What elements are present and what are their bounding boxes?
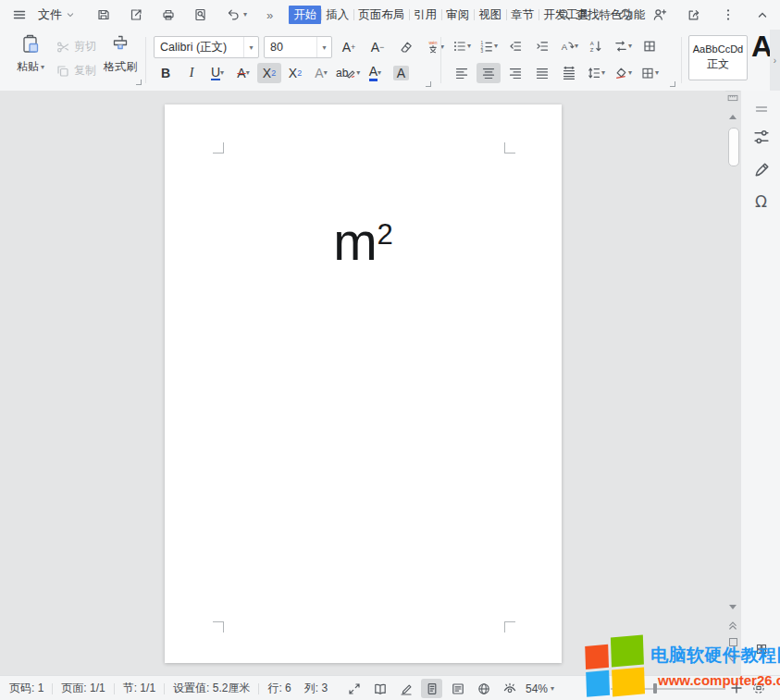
share-invite-button[interactable] (650, 4, 670, 26)
previous-page-button[interactable] (725, 620, 740, 631)
status-setting-value: 设置值: 5.2厘米 (173, 681, 250, 696)
eye-protection-button[interactable] (499, 679, 520, 698)
bullets-button[interactable]: ▾ (450, 36, 474, 56)
scroll-up-button[interactable] (725, 115, 740, 119)
panel-drag-handle[interactable] (741, 102, 780, 117)
subscript-button[interactable]: X2 (283, 63, 307, 83)
distributed-align-button[interactable] (557, 63, 581, 83)
highlight-color-button[interactable]: ab ▾ (335, 63, 361, 83)
style-normal[interactable]: AaBbCcDd 正文 (688, 35, 748, 80)
ruler-toggle-button[interactable] (725, 92, 740, 104)
text-direction-button[interactable]: A ▾ (557, 36, 581, 56)
show-formatting-marks-button[interactable]: ▾ (611, 36, 635, 56)
main-menu-button[interactable] (9, 4, 30, 26)
ribbon-toolbar: 粘贴▾ 剪切 复制 格式刷 Calibri (正文) ▾ (0, 30, 780, 92)
top-menu-bar: 文件 ▾ » 开始 插入 页面布局 引 (0, 0, 780, 30)
font-name-select[interactable]: Calibri (正文) ▾ (154, 36, 259, 58)
paragraph-dialog-launcher-icon[interactable] (670, 81, 675, 87)
italic-button[interactable]: I (180, 63, 204, 83)
copy-icon (56, 64, 70, 79)
clipboard-dialog-launcher-icon[interactable] (136, 80, 142, 85)
undo-button[interactable]: ▾ (223, 4, 250, 26)
outline-view-button[interactable] (447, 679, 468, 698)
bullet-list-icon (452, 39, 467, 54)
status-page-number: 页码: 1 (9, 681, 43, 696)
scrollbar-thumb[interactable] (728, 128, 739, 166)
document-page[interactable]: m2 (165, 104, 562, 663)
write-mode-button[interactable] (395, 679, 416, 698)
align-right-button[interactable] (503, 63, 527, 83)
layout-grid-button[interactable] (638, 36, 662, 56)
symbol-panel-button[interactable]: Ω (741, 194, 780, 210)
underline-button[interactable]: U▾ (205, 63, 229, 83)
align-center-button[interactable] (477, 63, 501, 83)
web-layout-button[interactable] (473, 679, 494, 698)
zoom-level-button[interactable]: 54% ▾ (526, 676, 554, 700)
eraser-icon (399, 40, 414, 55)
page-view-button[interactable] (421, 679, 442, 698)
collapse-ribbon-button[interactable] (752, 4, 773, 26)
clear-format-button[interactable] (394, 37, 418, 57)
more-options-button[interactable] (718, 4, 738, 26)
grow-font-button[interactable]: A+ (337, 37, 361, 57)
shading-button[interactable]: ▾ (611, 63, 635, 83)
share-export-button[interactable] (684, 4, 704, 26)
tab-references[interactable]: 引用 (409, 6, 441, 24)
more-commands-button[interactable]: » (264, 4, 276, 26)
font-size-dropdown-caret: ▾ (316, 37, 331, 57)
font-dialog-launcher-icon[interactable] (426, 81, 431, 87)
properties-panel-button[interactable] (741, 128, 780, 146)
fullscreen-button[interactable] (343, 679, 365, 698)
font-size-select[interactable]: 80 ▾ (264, 36, 332, 58)
tab-home[interactable]: 开始 (289, 6, 321, 24)
scroll-down-button[interactable] (725, 605, 740, 609)
align-left-button[interactable] (450, 63, 474, 83)
pen-tool-panel-button[interactable] (741, 161, 780, 179)
tab-page-layout[interactable]: 页面布局 (353, 6, 409, 24)
cut-label: 剪切 (74, 39, 96, 55)
cloud-sync-button[interactable] (615, 4, 636, 26)
format-painter-button[interactable]: 格式刷 (100, 33, 141, 75)
font-name-value: Calibri (正文) (155, 40, 243, 55)
save-button[interactable] (93, 4, 114, 26)
style-gallery-scroll[interactable]: › (770, 30, 780, 91)
copy-button[interactable]: 复制 (56, 63, 96, 79)
strikethrough-button[interactable]: A▾ (231, 63, 255, 83)
document-text[interactable]: m2 (165, 212, 562, 273)
paste-button[interactable]: 粘贴▾ (9, 33, 52, 75)
borders-button[interactable]: ▾ (638, 63, 662, 83)
cut-button[interactable]: 剪切 (56, 39, 96, 55)
decrease-indent-button[interactable] (503, 36, 527, 56)
justify-button[interactable] (530, 63, 554, 83)
line-spacing-button[interactable]: ▾ (584, 63, 608, 83)
superscript-button[interactable]: X2 (257, 63, 281, 83)
font-color-button[interactable]: A▾ (363, 63, 387, 83)
outline-view-icon (451, 682, 465, 696)
add-user-icon (652, 7, 667, 22)
tab-view[interactable]: 视图 (474, 6, 506, 24)
increase-indent-button[interactable] (530, 36, 554, 56)
cloud-icon (618, 7, 633, 22)
print-preview-button[interactable] (191, 4, 211, 26)
bold-button[interactable]: B (154, 63, 178, 83)
pinyin-guide-button[interactable]: wén ▾ (423, 37, 447, 57)
tab-review[interactable]: 审阅 (441, 6, 474, 24)
tab-section[interactable]: 章节 (506, 6, 539, 24)
search-button[interactable]: 查找 (557, 0, 600, 30)
print-button[interactable] (158, 4, 179, 26)
zoom-level-value: 54% (526, 682, 548, 695)
read-layout-button[interactable] (369, 679, 390, 698)
file-menu-button[interactable]: 文件 (35, 4, 79, 26)
numbering-button[interactable]: 123 ▾ (477, 36, 501, 56)
text-effects-button[interactable]: A▾ (309, 63, 333, 83)
sort-button[interactable]: AZ (584, 36, 608, 56)
document-body-text: m (333, 212, 377, 271)
export-pdf-button[interactable] (126, 4, 146, 26)
character-shading-button[interactable]: A (389, 63, 413, 83)
print-icon (161, 7, 176, 22)
shrink-font-button[interactable]: A− (365, 37, 390, 57)
hamburger-icon (12, 7, 27, 22)
formatting-marks-icon (613, 39, 628, 54)
tab-insert[interactable]: 插入 (321, 6, 353, 24)
group-divider (440, 37, 441, 83)
